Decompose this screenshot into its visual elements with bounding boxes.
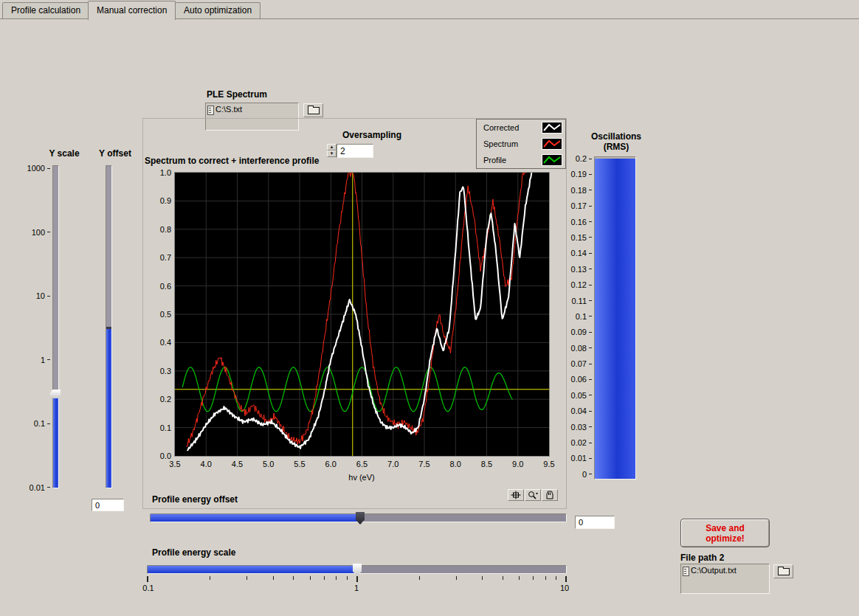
energy-scale-tick xyxy=(565,576,567,582)
oscillations-tick-label: 0.09 xyxy=(571,328,592,336)
ple-spectrum-browse-button[interactable] xyxy=(303,103,323,117)
folder-icon xyxy=(778,568,790,575)
energy-scale-tick xyxy=(519,576,520,580)
oscillations-tick-label: 0.04 xyxy=(571,406,592,415)
crosshair-icon xyxy=(510,491,522,499)
oscillations-tick-label: 0 xyxy=(582,470,592,479)
profile-energy-offset-label: Profile energy offset xyxy=(152,494,238,505)
oscillations-tick-label: 0.18 xyxy=(571,186,592,195)
tab-auto-optimization[interactable]: Auto optimization xyxy=(175,2,261,18)
increment-arrow-icon[interactable]: ▲ xyxy=(327,144,337,150)
x-axis-tick-label: 4.0 xyxy=(194,460,218,468)
oscillations-tick-label: 0.02 xyxy=(571,438,592,447)
oscillations-tick-label: 0.03 xyxy=(571,423,592,432)
energy-scale-tick xyxy=(324,576,325,580)
y-axis-tick-label: 0.5 xyxy=(160,310,171,319)
x-axis-tick-label: 7.0 xyxy=(382,460,405,468)
folder-icon xyxy=(308,107,320,114)
legend-item[interactable]: Profile xyxy=(477,152,565,168)
oscillations-tick-label: 0.13 xyxy=(571,265,592,274)
oscillations-tick-label: 0.11 xyxy=(571,297,592,305)
energy-scale-tick xyxy=(273,576,274,580)
energy-scale-tick xyxy=(336,576,337,580)
profile-energy-offset-fill xyxy=(151,514,359,522)
app-window: Profile calculation Manual correction Au… xyxy=(0,0,859,616)
file-path-2-browse-button[interactable] xyxy=(773,564,793,578)
profile-energy-offset-input[interactable]: 0 xyxy=(575,516,615,529)
x-axis-tick-label: 8.5 xyxy=(475,460,499,468)
y-axis-tick-label: 0.7 xyxy=(160,253,171,262)
profile-energy-offset-handle[interactable] xyxy=(356,512,365,525)
y-scale-tick-label: 1 xyxy=(41,356,50,364)
tab-profile-calculation[interactable]: Profile calculation xyxy=(2,2,89,18)
y-scale-slider-fill xyxy=(53,392,58,488)
magnifier-icon xyxy=(527,491,539,499)
y-axis-tick-label: 0.8 xyxy=(160,225,171,234)
ple-spectrum-path-control[interactable]: C:\S.txt xyxy=(205,103,299,131)
x-axis-tick-label: 8.0 xyxy=(444,460,467,468)
oscillations-tick-label: 0.2 xyxy=(576,154,592,163)
profile-energy-scale-slider-track[interactable] xyxy=(147,565,567,574)
x-axis-tick-label: 6.5 xyxy=(351,460,374,468)
energy-scale-tick xyxy=(556,576,556,580)
oscillations-tick-label: 0.08 xyxy=(571,344,592,353)
energy-scale-tick xyxy=(210,576,210,580)
energy-scale-mid-label: 1 xyxy=(351,584,362,592)
y-axis-labels: 1.00.90.80.70.60.50.40.30.20.10.0 xyxy=(146,168,171,460)
legend-item[interactable]: Corrected xyxy=(477,120,565,136)
y-scale-tick-label: 0.01 xyxy=(30,483,50,492)
energy-scale-tick xyxy=(533,576,534,580)
energy-scale-tick xyxy=(503,576,503,580)
file-path-2-control[interactable]: C:\Output.txt xyxy=(680,564,770,594)
energy-scale-tick xyxy=(147,576,148,582)
y-scale-tick-labels: 10001001010.10.01 xyxy=(18,164,50,492)
path-type-icon xyxy=(207,105,214,115)
x-axis-tick-label: 6.0 xyxy=(319,460,342,468)
ple-spectrum-path-value: C:\S.txt xyxy=(215,105,242,114)
y-scale-label: Y scale xyxy=(47,148,81,159)
oscillations-tick-label: 0.06 xyxy=(571,375,592,384)
y-offset-slider-handle[interactable] xyxy=(106,327,111,329)
y-offset-slider-track[interactable] xyxy=(106,165,112,488)
energy-scale-tick xyxy=(482,576,483,580)
oversampling-label: Oversampling xyxy=(342,130,401,140)
oscillations-tick-label: 0.01 xyxy=(571,454,592,463)
oscillations-tick-label: 0.1 xyxy=(576,312,592,321)
profile-energy-offset-slider-track[interactable] xyxy=(150,513,567,522)
y-axis-tick-label: 0.9 xyxy=(160,196,171,205)
cursor-tool-button[interactable] xyxy=(508,489,524,501)
energy-scale-tick xyxy=(456,576,457,580)
profile-energy-scale-handle[interactable] xyxy=(353,564,362,576)
legend-item[interactable]: Spectrum xyxy=(477,136,565,152)
oscillations-fill xyxy=(595,159,635,479)
y-scale-tick-label: 0.1 xyxy=(34,419,50,428)
tab-manual-correction[interactable]: Manual correction xyxy=(88,1,176,20)
profile-energy-scale-fill xyxy=(148,566,355,573)
y-scale-tick-label: 1000 xyxy=(27,164,50,173)
x-axis-tick-label: 9.0 xyxy=(506,460,530,468)
x-axis-tick-label: 3.5 xyxy=(163,460,187,468)
ple-spectrum-label: PLE Spectrum xyxy=(207,89,267,100)
energy-scale-tick xyxy=(246,576,247,580)
y-offset-label: Y offset xyxy=(97,148,133,159)
chart-title: Spectrum to correct + interference profi… xyxy=(145,156,319,166)
decrement-arrow-icon[interactable]: ▼ xyxy=(327,150,337,157)
y-scale-slider-handle[interactable] xyxy=(49,390,61,398)
plot-legend: CorrectedSpectrumProfile xyxy=(476,119,566,169)
y-scale-tick-label: 10 xyxy=(36,291,50,300)
y-axis-tick-label: 0.3 xyxy=(160,367,171,376)
y-offset-slider-fill xyxy=(106,327,111,488)
legend-label: Profile xyxy=(483,156,506,165)
zoom-tool-button[interactable] xyxy=(525,489,541,501)
oversampling-input[interactable]: 2 xyxy=(337,144,373,158)
graph-palette xyxy=(508,489,558,501)
y-offset-input[interactable]: 0 xyxy=(92,499,124,511)
pan-tool-button[interactable] xyxy=(542,489,558,501)
x-axis-title: hv (eV) xyxy=(325,473,399,482)
y-scale-slider-track[interactable] xyxy=(52,165,59,488)
save-and-optimize-button[interactable]: Save and optimize! xyxy=(680,519,770,547)
oscillations-tick-label: 0.15 xyxy=(571,233,592,242)
oversampling-spinner: ▲ ▼ xyxy=(327,144,337,158)
x-axis-tick-label: 4.5 xyxy=(226,460,249,468)
spectrum-graph[interactable] xyxy=(174,172,550,457)
